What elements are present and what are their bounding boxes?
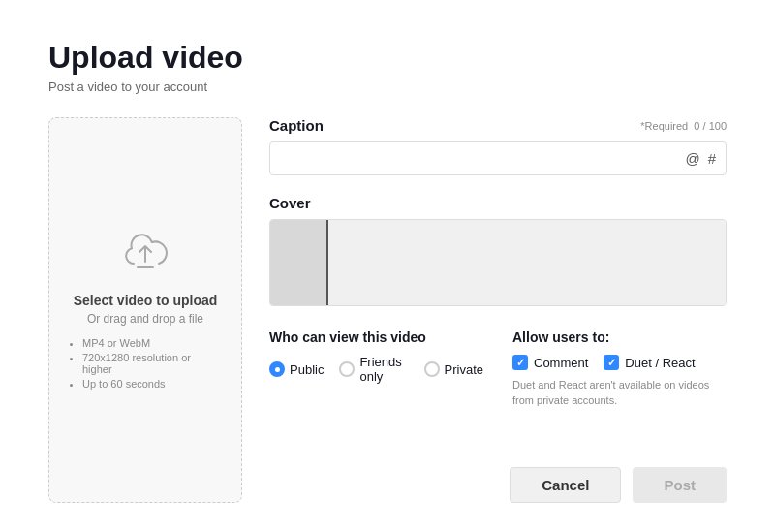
view-section: Who can view this video Public Friends o…	[269, 329, 483, 408]
cover-strip	[328, 220, 726, 305]
upload-area[interactable]: Select video to upload Or drag and drop …	[48, 117, 242, 503]
radio-public[interactable]: Public	[269, 361, 324, 377]
checkbox-duet[interactable]: Duet / React	[604, 355, 695, 370]
cancel-button[interactable]: Cancel	[510, 467, 621, 503]
allow-label: Allow users to:	[512, 329, 727, 345]
bottom-section: Who can view this video Public Friends o…	[269, 329, 727, 408]
upload-cloud-icon	[120, 229, 170, 279]
hint-duration: Up to 60 seconds	[82, 378, 222, 390]
caption-input[interactable]	[280, 151, 685, 167]
page-subtitle: Post a video to your account	[48, 79, 727, 94]
main-content: Select video to upload Or drag and drop …	[48, 117, 727, 503]
checkbox-duet-box	[604, 355, 619, 370]
radio-private-label: Private	[445, 362, 483, 377]
caption-label: Caption	[269, 117, 324, 134]
radio-friends-label: Friends only	[359, 355, 408, 384]
radio-friends[interactable]: Friends only	[339, 355, 408, 384]
checkbox-group: Comment Duet / React	[512, 355, 727, 370]
upload-or-text: Or drag and drop a file	[87, 312, 203, 326]
cover-thumbnail	[270, 220, 328, 305]
cover-section: Cover	[269, 195, 727, 306]
hashtag-icon[interactable]: #	[708, 150, 716, 167]
allow-section: Allow users to: Comment Duet / React Due…	[512, 329, 727, 408]
mention-icon[interactable]: @	[685, 150, 699, 167]
checkbox-comment[interactable]: Comment	[512, 355, 588, 370]
radio-public-label: Public	[290, 362, 324, 377]
radio-group: Public Friends only Private	[269, 355, 483, 384]
checkbox-duet-label: Duet / React	[625, 356, 695, 370]
checkbox-comment-label: Comment	[534, 356, 588, 370]
upload-title: Select video to upload	[74, 293, 218, 308]
hint-resolution: 720x1280 resolution or higher	[82, 352, 222, 375]
caption-section: Caption *Required 0 / 100 @ #	[269, 117, 727, 175]
radio-private[interactable]: Private	[424, 361, 483, 377]
caption-input-wrap[interactable]: @ #	[269, 141, 727, 175]
radio-friends-circle	[339, 361, 355, 377]
page: Upload video Post a video to your accoun…	[0, 0, 775, 532]
cover-label: Cover	[269, 195, 727, 211]
view-label: Who can view this video	[269, 329, 483, 345]
footer: Cancel Post	[269, 452, 727, 503]
checkbox-comment-box	[512, 355, 528, 370]
caption-required: *Required 0 / 100	[640, 120, 727, 132]
caption-header: Caption *Required 0 / 100	[269, 117, 727, 134]
form-area: Caption *Required 0 / 100 @ # Cover	[269, 117, 727, 503]
hint-format: MP4 or WebM	[82, 337, 222, 349]
allow-note: Duet and React aren't available on video…	[512, 378, 726, 408]
cover-area[interactable]	[269, 219, 727, 306]
radio-public-circle	[269, 361, 285, 377]
upload-hints: MP4 or WebM 720x1280 resolution or highe…	[69, 337, 222, 392]
caption-icons: @ #	[685, 150, 716, 167]
page-title: Upload video	[48, 39, 727, 76]
radio-private-circle	[424, 361, 440, 377]
post-button[interactable]: Post	[633, 467, 727, 503]
